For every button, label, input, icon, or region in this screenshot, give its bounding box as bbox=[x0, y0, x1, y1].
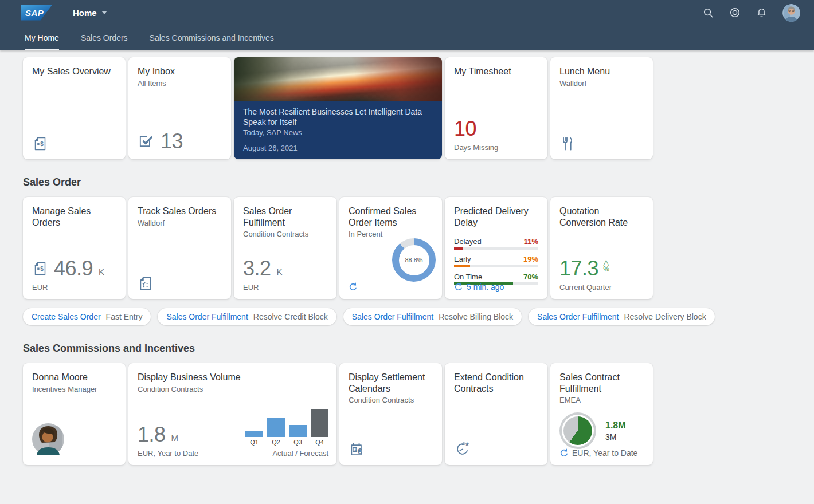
tab-label: My Home bbox=[25, 33, 59, 42]
navigation-tabs: My Home Sales Orders Sales Commissions a… bbox=[0, 25, 814, 50]
link-subtitle: Resolve Credit Block bbox=[253, 312, 328, 321]
category-label: Q3 bbox=[289, 439, 307, 446]
user-avatar[interactable] bbox=[782, 4, 800, 22]
target-value: 3M bbox=[605, 432, 626, 442]
svg-text:$: $ bbox=[40, 266, 44, 272]
link-resolve-billing-block[interactable]: Sales Order Fulfillment Resolve Billing … bbox=[343, 308, 522, 325]
extend-contract-icon: ★ bbox=[454, 440, 471, 458]
meal-icon bbox=[559, 136, 576, 152]
kpi-unit: EUR bbox=[32, 283, 118, 292]
refresh-icon bbox=[559, 448, 569, 458]
section-title-commissions: Sales Commissions and Incentives bbox=[23, 342, 791, 355]
deviation-indicator: △ % bbox=[603, 258, 609, 273]
tile-sales-order-fulfillment[interactable]: Sales Order Fulfillment Condition Contra… bbox=[234, 197, 336, 299]
tile-track-sales-orders[interactable]: Track Sales Orders Walldorf bbox=[128, 197, 231, 299]
tile-quotation-conversion-rate[interactable]: Quotation Conversion Rate 17.3 △ % Curre… bbox=[550, 197, 653, 299]
tab-sales-commissions[interactable]: Sales Commissions and Incentives bbox=[150, 25, 274, 50]
shell-bar: SAP Home bbox=[0, 0, 814, 25]
tile-title: Confirmed Sales Order Items bbox=[349, 206, 433, 228]
column-chart: Q1 Q2 Q3 Q4 Actual / Forecast bbox=[245, 409, 328, 458]
deviation-unit: % bbox=[603, 266, 609, 273]
cmp-bar bbox=[454, 265, 470, 267]
cmp-bar bbox=[454, 247, 463, 250]
cmp-value: 11% bbox=[524, 237, 538, 246]
link-title: Sales Order Fulfillment bbox=[537, 312, 619, 321]
tile-subtitle: Incentives Manager bbox=[32, 385, 116, 393]
sales-document-icon: $ bbox=[32, 261, 48, 277]
sap-logo-text: SAP bbox=[25, 8, 44, 18]
link-title: Sales Order Fulfillment bbox=[166, 312, 248, 321]
kpi-scale: K bbox=[277, 267, 283, 277]
chart-legend: Actual / Forecast bbox=[245, 449, 328, 458]
svg-text:€: € bbox=[358, 447, 362, 456]
notifications-icon[interactable] bbox=[756, 7, 767, 18]
pie-values: 1.8M 3M bbox=[605, 420, 626, 442]
refresh-icon bbox=[454, 282, 463, 292]
cmp-label: On Time bbox=[454, 273, 482, 281]
tile-my-inbox[interactable]: My Inbox All Items 13 bbox=[128, 57, 231, 159]
comparison-chart: Delayed 11% Early 19% On Time 70% bbox=[454, 237, 538, 285]
kpi-scale: K bbox=[99, 267, 104, 277]
actual-value: 1.8M bbox=[605, 420, 626, 431]
tile-predicted-delivery-delay[interactable]: Predicted Delivery Delay Delayed 11% Ear… bbox=[445, 197, 547, 299]
sap-logo[interactable]: SAP bbox=[21, 5, 52, 21]
refresh-action[interactable] bbox=[349, 282, 358, 292]
news-body: The Most Resilient Businesses Let Intell… bbox=[234, 101, 442, 159]
tile-extend-condition-contracts[interactable]: Extend Condition Contracts ★ bbox=[445, 363, 547, 465]
tile-donna-moore[interactable]: Donna Moore Incentives Manager bbox=[23, 363, 126, 465]
app-title: Home bbox=[73, 8, 97, 18]
tile-title: Track Sales Orders bbox=[138, 206, 222, 217]
cmp-label: Delayed bbox=[454, 237, 482, 246]
tile-lunch-menu[interactable]: Lunch Menu Walldorf bbox=[550, 57, 653, 159]
tile-my-timesheet[interactable]: My Timesheet 10 Days Missing bbox=[445, 57, 547, 159]
svg-text:1: 1 bbox=[354, 447, 357, 452]
tile-title: My Sales Overview bbox=[32, 66, 116, 77]
cmp-value: 19% bbox=[523, 255, 538, 263]
tile-title: Sales Contract Fulfillment bbox=[559, 372, 644, 394]
tile-subtitle: EMEA bbox=[559, 396, 644, 404]
link-resolve-delivery-block[interactable]: Sales Order Fulfillment Resolve Delivery… bbox=[529, 308, 715, 325]
tile-title: Sales Order Fulfillment bbox=[243, 206, 327, 228]
tile-title: Predicted Delivery Delay bbox=[454, 206, 538, 228]
tile-news[interactable]: The Most Resilient Businesses Let Intell… bbox=[234, 57, 442, 159]
tab-my-home[interactable]: My Home bbox=[25, 25, 59, 50]
tile-manage-sales-orders[interactable]: Manage Sales Orders $ 46.9 K EUR bbox=[23, 197, 126, 299]
kpi-block: 1.8 M EUR, Year to Date bbox=[138, 424, 198, 458]
tab-sales-orders[interactable]: Sales Orders bbox=[81, 25, 128, 50]
kpi-unit: EUR, Year to Date bbox=[138, 449, 198, 458]
donna-avatar bbox=[32, 423, 64, 455]
refresh-action[interactable]: 5 min. ago bbox=[454, 282, 504, 292]
launchpad-content: My Sales Overview $ My Inbox All Items 1… bbox=[0, 50, 814, 465]
copilot-icon[interactable] bbox=[729, 7, 741, 18]
tile-subtitle: Condition Contracts bbox=[138, 385, 327, 393]
link-resolve-credit-block[interactable]: Sales Order Fulfillment Resolve Credit B… bbox=[158, 308, 336, 325]
news-headline: The Most Resilient Businesses Let Intell… bbox=[243, 107, 433, 127]
tile-subtitle: Walldorf bbox=[138, 219, 222, 227]
tile-display-settlement-calendars[interactable]: Display Settlement Calendars Condition C… bbox=[339, 363, 442, 465]
app-title-menu[interactable]: Home bbox=[73, 8, 107, 18]
news-image bbox=[234, 57, 442, 101]
link-subtitle: Fast Entry bbox=[106, 312, 143, 321]
svg-text:$: $ bbox=[40, 141, 44, 147]
tile-title: My Inbox bbox=[138, 66, 222, 77]
kpi-footer: Current Quarter bbox=[559, 283, 645, 292]
track-order-icon bbox=[138, 275, 154, 292]
tile-title: Lunch Menu bbox=[559, 66, 644, 77]
tile-confirmed-sales-order-items[interactable]: Confirmed Sales Order Items In Percent 8… bbox=[339, 197, 442, 299]
tile-title: Display Settlement Calendars bbox=[349, 372, 433, 394]
pie-wedge bbox=[563, 416, 592, 445]
comparison-row: Early 19% bbox=[454, 255, 538, 267]
tile-my-sales-overview[interactable]: My Sales Overview $ bbox=[23, 57, 126, 159]
tile-display-business-volume[interactable]: Display Business Volume Condition Contra… bbox=[128, 363, 336, 465]
link-title: Sales Order Fulfillment bbox=[352, 312, 433, 321]
comparison-row: Delayed 11% bbox=[454, 237, 538, 250]
search-icon[interactable] bbox=[703, 7, 714, 18]
link-subtitle: Resolve Billing Block bbox=[439, 312, 513, 321]
section-title-sales-order: Sales Order bbox=[23, 176, 791, 188]
tile-sales-contract-fulfillment[interactable]: Sales Contract Fulfillment EMEA 1.8M 3M … bbox=[550, 363, 653, 465]
link-create-sales-order[interactable]: Create Sales Order Fast Entry bbox=[23, 308, 151, 325]
donut-chart: 88.8% bbox=[392, 238, 436, 282]
bar-q3 bbox=[289, 425, 307, 437]
refresh-action[interactable]: EUR, Year to Date bbox=[559, 448, 637, 458]
tile-title: Quotation Conversion Rate bbox=[559, 206, 644, 228]
